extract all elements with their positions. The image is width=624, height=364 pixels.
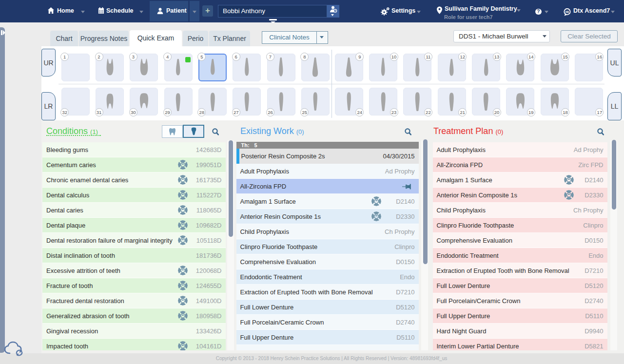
- svg-text:Hi: Hi: [566, 10, 569, 14]
